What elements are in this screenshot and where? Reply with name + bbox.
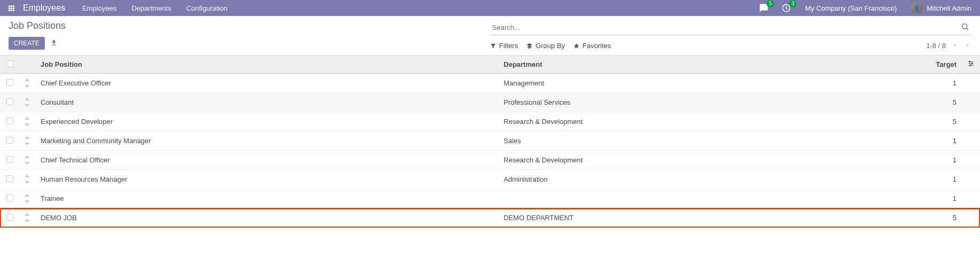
cell-department: Sales — [499, 131, 842, 151]
control-panel: Job Positions CREATE Filters Group — [0, 16, 980, 56]
table-row[interactable]: Chief Technical Officer Research & Devel… — [0, 151, 980, 170]
cell-target: 5 — [842, 93, 962, 112]
control-panel-left: Job Positions CREATE — [9, 20, 490, 50]
table-row[interactable]: Human Resources Manager Administration 1 — [0, 170, 980, 189]
svg-point-5 — [969, 61, 970, 62]
layers-icon — [526, 43, 533, 49]
star-icon — [573, 43, 580, 49]
cell-job-position: Marketing and Community Manager — [35, 131, 499, 151]
row-checkbox[interactable] — [6, 214, 13, 221]
cell-department: Professional Services — [499, 93, 842, 112]
breadcrumb: Job Positions — [9, 20, 490, 32]
search-wrapper — [490, 20, 971, 35]
drag-handle-icon[interactable] — [25, 77, 30, 89]
user-menu[interactable]: 👤 Mitchell Admin — [906, 2, 976, 14]
table-row[interactable]: Experienced Developer Research & Develop… — [0, 112, 980, 131]
cell-job-position: Consultant — [35, 93, 499, 112]
drag-handle-icon[interactable] — [25, 212, 30, 223]
nav-menu-configuration[interactable]: Configuration — [179, 4, 235, 12]
cell-job-position: Human Resources Manager — [35, 170, 499, 189]
create-button[interactable]: CREATE — [9, 37, 45, 50]
table-row[interactable]: DEMO JOB DEMO DEPARTMENT 5 — [0, 208, 980, 228]
cell-target: 1 — [842, 189, 962, 208]
nav-right: 5 3 My Company (San Francisco) 👤 Mitchel… — [755, 1, 976, 15]
search-icon[interactable] — [959, 20, 971, 35]
row-checkbox[interactable] — [6, 156, 13, 163]
navbar: Employees Employees Departments Configur… — [0, 0, 980, 16]
row-checkbox[interactable] — [6, 175, 13, 182]
header-job-position[interactable]: Job Position — [35, 56, 499, 74]
apps-icon[interactable] — [4, 1, 19, 15]
cell-job-position: Chief Technical Officer — [35, 151, 499, 170]
drag-handle-icon[interactable] — [25, 116, 30, 127]
cell-target: 5 — [842, 208, 962, 228]
cell-job-position: DEMO JOB — [35, 208, 499, 228]
row-checkbox[interactable] — [6, 79, 13, 86]
search-input[interactable] — [490, 20, 959, 35]
avatar: 👤 — [911, 2, 922, 14]
table-row[interactable]: Trainee 1 — [0, 189, 980, 208]
chevron-right-icon — [965, 43, 970, 48]
cell-target: 1 — [842, 151, 962, 170]
search-buttons: Filters Group By Favorites — [490, 42, 611, 50]
row-checkbox[interactable] — [6, 118, 13, 125]
download-icon — [50, 39, 58, 46]
select-all-checkbox[interactable] — [6, 60, 13, 67]
pager-range[interactable]: 1-8 / 8 — [926, 42, 946, 50]
cell-department: Research & Development — [499, 151, 842, 170]
favorites-button[interactable]: Favorites — [573, 42, 611, 50]
cell-department: Research & Development — [499, 112, 842, 131]
nav-menu-employees[interactable]: Employees — [75, 4, 124, 12]
table-row[interactable]: Marketing and Community Manager Sales 1 — [0, 131, 980, 151]
group-by-label: Group By — [535, 42, 565, 50]
job-positions-table: Job Position Department Target Chief Exe… — [0, 56, 980, 228]
table-row[interactable]: Consultant Professional Services 5 — [0, 93, 980, 112]
cell-department: Management — [499, 74, 842, 93]
drag-handle-icon[interactable] — [25, 97, 30, 108]
app-brand[interactable]: Employees — [19, 3, 75, 13]
svg-point-6 — [971, 63, 973, 64]
cell-department — [499, 189, 842, 208]
header-checkbox-col — [0, 56, 19, 74]
header-handle-col — [19, 56, 35, 74]
columns-settings-button[interactable] — [967, 61, 975, 69]
cell-target: 5 — [842, 112, 962, 131]
chevron-left-icon — [952, 43, 958, 48]
messages-button[interactable]: 5 — [755, 1, 773, 15]
header-settings-col — [962, 56, 980, 74]
user-name: Mitchell Admin — [927, 4, 971, 12]
svg-point-1 — [962, 24, 967, 29]
filters-button[interactable]: Filters — [490, 42, 518, 50]
filters-label: Filters — [499, 42, 518, 50]
cell-target: 1 — [842, 74, 962, 93]
group-by-button[interactable]: Group By — [526, 42, 565, 50]
nav-left: Employees Employees Departments Configur… — [4, 1, 235, 15]
pager-prev[interactable] — [951, 41, 959, 51]
favorites-label: Favorites — [582, 42, 611, 50]
drag-handle-icon[interactable] — [25, 154, 30, 166]
cell-job-position: Chief Executive Officer — [35, 74, 499, 93]
pager: 1-8 / 8 — [926, 41, 971, 51]
control-panel-buttons: CREATE — [9, 37, 490, 50]
control-panel-right: Filters Group By Favorites 1-8 / 8 — [490, 20, 971, 51]
header-target[interactable]: Target — [842, 56, 962, 74]
cell-job-position: Experienced Developer — [35, 112, 499, 131]
cell-department: Administration — [499, 170, 842, 189]
drag-handle-icon[interactable] — [25, 174, 30, 185]
row-checkbox[interactable] — [6, 137, 13, 144]
row-checkbox[interactable] — [6, 195, 13, 201]
drag-handle-icon[interactable] — [25, 193, 30, 204]
pager-next[interactable] — [964, 41, 971, 51]
import-button[interactable] — [50, 39, 58, 48]
messages-badge: 5 — [766, 0, 774, 7]
sliders-icon — [967, 60, 975, 67]
svg-point-7 — [970, 65, 971, 66]
nav-menu-departments[interactable]: Departments — [124, 4, 178, 12]
drag-handle-icon[interactable] — [25, 135, 30, 146]
activities-button[interactable]: 3 — [777, 1, 795, 15]
activities-badge: 3 — [789, 0, 796, 7]
company-selector[interactable]: My Company (San Francisco) — [800, 4, 902, 12]
table-row[interactable]: Chief Executive Officer Management 1 — [0, 74, 980, 93]
header-department[interactable]: Department — [499, 56, 842, 74]
row-checkbox[interactable] — [6, 98, 13, 105]
